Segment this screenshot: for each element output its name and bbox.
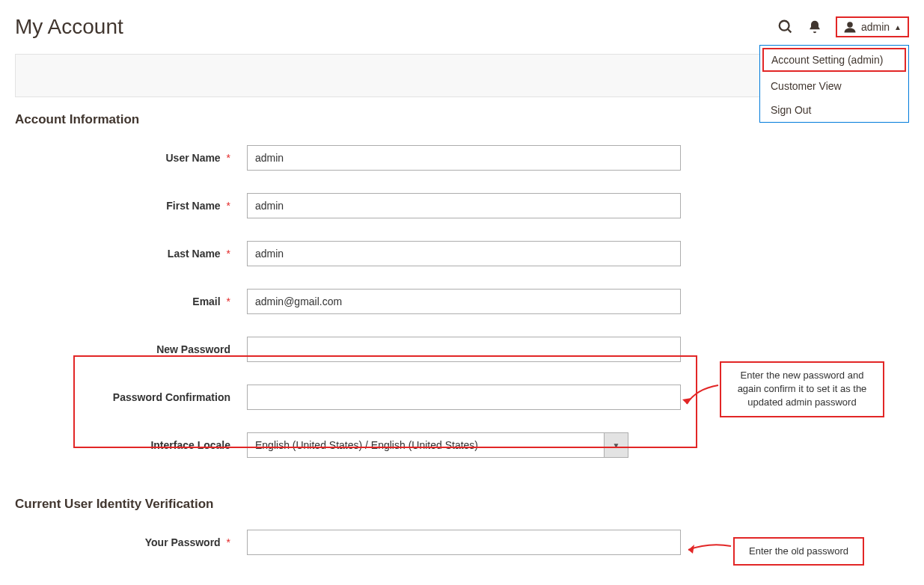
select-locale-arrow[interactable]: ▼ xyxy=(605,432,628,458)
search-icon[interactable] xyxy=(777,19,794,35)
caret-down-icon: ▼ xyxy=(613,441,620,450)
select-locale[interactable]: English (United States) / English (Unite… xyxy=(247,432,605,458)
section-account-information: Account Information User Name * First Na… xyxy=(0,112,924,488)
menu-item-customer-view[interactable]: Customer View xyxy=(760,74,908,98)
row-locale: Interface Locale English (United States)… xyxy=(15,432,909,458)
required-star: * xyxy=(227,295,230,307)
select-locale-wrap: English (United States) / English (Unite… xyxy=(247,432,628,458)
label-lastname-text: Last Name xyxy=(168,248,221,260)
page-title: My Account xyxy=(15,15,123,39)
menu-item-sign-out[interactable]: Sign Out xyxy=(760,98,908,122)
label-email: Email * xyxy=(15,295,247,307)
label-yourpassword: Your Password * xyxy=(15,536,247,548)
input-newpassword[interactable] xyxy=(247,337,681,362)
svg-line-1 xyxy=(788,29,792,33)
label-newpassword: New Password xyxy=(15,343,247,355)
callout-password-help: Enter the new password and again confirm… xyxy=(720,361,884,417)
input-yourpassword[interactable] xyxy=(247,530,681,555)
header-actions: admin ▲ Account Setting (admin) Customer… xyxy=(777,16,909,37)
svg-point-2 xyxy=(847,22,853,28)
label-passwordconfirm-text: Password Confirmation xyxy=(113,391,230,403)
input-passwordconfirm[interactable] xyxy=(247,385,681,410)
admin-dropdown-menu: Account Setting (admin) Customer View Si… xyxy=(759,45,909,123)
input-email[interactable] xyxy=(247,289,681,314)
section-title-verification: Current User Identity Verification xyxy=(15,497,909,512)
label-lastname: Last Name * xyxy=(15,248,247,260)
label-firstname: First Name * xyxy=(15,200,247,212)
required-star: * xyxy=(227,536,230,548)
label-username: User Name * xyxy=(15,152,247,164)
input-username[interactable] xyxy=(247,145,681,171)
row-lastname: Last Name * xyxy=(15,241,909,266)
label-yourpassword-text: Your Password xyxy=(145,536,221,548)
label-email-text: Email xyxy=(192,295,220,307)
bell-icon[interactable] xyxy=(807,19,822,34)
user-icon xyxy=(843,20,857,34)
input-firstname[interactable] xyxy=(247,193,681,218)
row-email: Email * xyxy=(15,289,909,314)
label-firstname-text: First Name xyxy=(166,200,220,212)
input-lastname[interactable] xyxy=(247,241,681,266)
label-locale-text: Interface Locale xyxy=(150,439,230,451)
label-passwordconfirm: Password Confirmation xyxy=(15,391,247,403)
menu-item-account-setting[interactable]: Account Setting (admin) xyxy=(762,48,906,72)
row-firstname: First Name * xyxy=(15,193,909,218)
label-username-text: User Name xyxy=(166,152,221,164)
callout-old-password-help: Enter the old password xyxy=(733,537,864,566)
label-locale: Interface Locale xyxy=(15,439,247,451)
caret-up-icon: ▲ xyxy=(894,23,902,31)
label-newpassword-text: New Password xyxy=(156,343,230,355)
required-star: * xyxy=(227,152,230,164)
row-username: User Name * xyxy=(15,145,909,171)
required-star: * xyxy=(227,200,230,212)
admin-username-label: admin xyxy=(861,21,890,33)
admin-user-menu-toggle[interactable]: admin ▲ xyxy=(836,16,909,37)
page-header: My Account admin ▲ Account Setting (admi… xyxy=(0,0,924,39)
svg-point-0 xyxy=(780,21,789,31)
row-newpassword: New Password xyxy=(15,337,909,362)
required-star: * xyxy=(227,248,230,260)
